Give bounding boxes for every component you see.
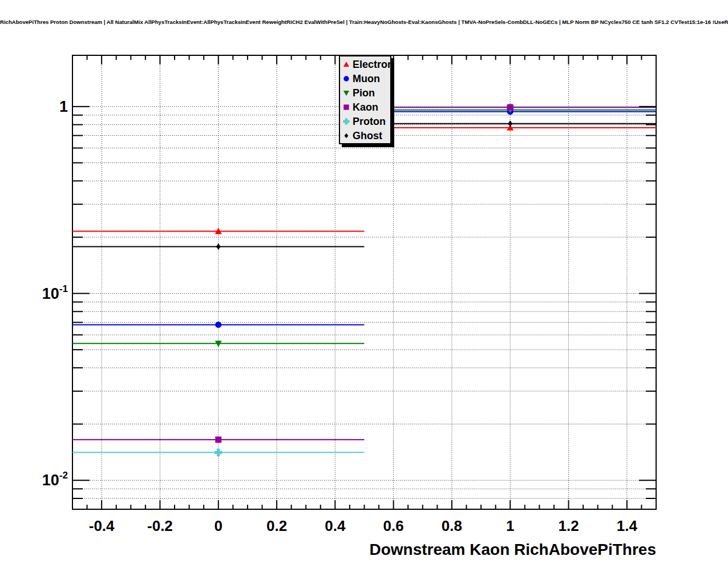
legend-item: Kaon (341, 100, 390, 114)
y-tick-label: 10-2 (42, 470, 68, 489)
triangle-down-icon-shape (343, 90, 349, 95)
cross-icon-shape (343, 118, 349, 124)
legend-item-label: Muon (353, 74, 380, 84)
square-marker (507, 104, 513, 111)
diamond-icon-shape (345, 133, 349, 138)
diamond-marker (216, 244, 221, 249)
legend-item: Proton (341, 114, 390, 128)
triangle-down-icon (341, 88, 351, 98)
x-tick-label: 1 (506, 517, 514, 534)
x-tick-label: -0.4 (89, 517, 115, 534)
x-tick-label: 0.6 (383, 517, 404, 534)
x-tick-label: 0.8 (442, 517, 462, 534)
cross-icon (341, 116, 351, 127)
diamond-icon (341, 131, 351, 141)
circle-icon (341, 74, 351, 84)
y-tick-label: 10-1 (42, 283, 68, 302)
legend-item: Muon (341, 71, 390, 86)
x-tick-label: 0.4 (325, 517, 346, 534)
legend-item: Ghost (341, 128, 390, 143)
legend-item-label: Ghost (353, 131, 382, 141)
x-tick-label: 1.2 (558, 517, 579, 534)
legend-item-label: Electron (353, 59, 394, 70)
legend-item: Electron (341, 57, 390, 71)
x-tick-label: -0.2 (147, 517, 173, 534)
y-tick-label: 1 (59, 98, 68, 115)
legend-item: Pion (341, 86, 390, 100)
legend-item-label: Proton (353, 116, 386, 127)
legend: ElectronMuonPionKaonProtonGhost (339, 55, 391, 144)
circle-marker (215, 322, 221, 328)
x-axis-title: Downstream Kaon RichAbovePiThres (369, 541, 656, 559)
circle-icon-shape (343, 76, 349, 81)
square-icon-shape (343, 104, 349, 109)
legend-item-label: Pion (353, 88, 375, 98)
diamond-marker (508, 121, 512, 127)
square-marker (215, 436, 221, 443)
cross-marker (215, 449, 222, 456)
root-canvas: RichAbovePiThres Proton Downstream | All… (0, 0, 728, 568)
x-tick-label: 0.2 (266, 517, 287, 534)
triangle-up-icon-shape (343, 61, 349, 66)
square-icon (341, 102, 351, 112)
x-tick-label: 1.4 (617, 517, 638, 534)
legend-item-label: Kaon (353, 102, 378, 112)
triangle-up-icon (341, 59, 351, 70)
x-tick-label: 0 (215, 517, 223, 534)
